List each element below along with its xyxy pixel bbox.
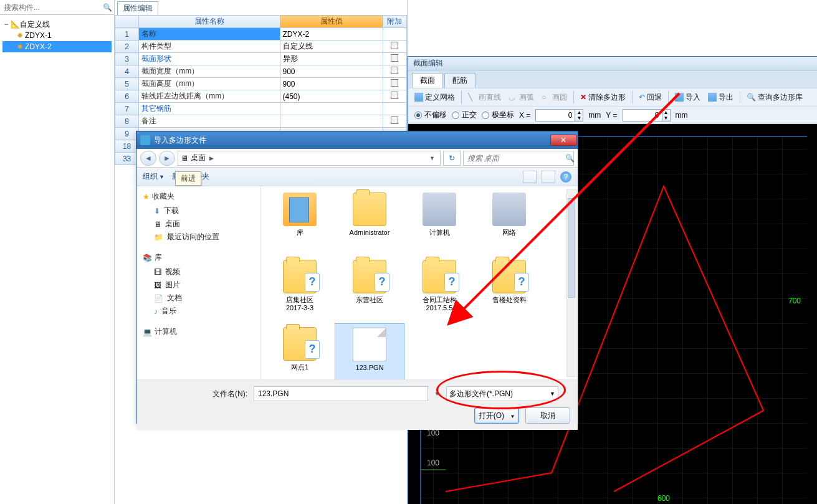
cancel-button[interactable]: 取消 xyxy=(525,407,570,424)
refresh-button[interactable]: ↻ xyxy=(443,151,461,166)
search-icon[interactable]: 🔍 xyxy=(565,154,575,163)
search-icon[interactable]: 🔍 xyxy=(101,0,114,15)
tab-section[interactable]: 截面 xyxy=(412,73,443,88)
svg-text:700: 700 xyxy=(788,297,801,305)
clear-polygon-button[interactable]: ✕清除多边形 xyxy=(578,91,628,104)
col-attach: 附加 xyxy=(383,16,406,28)
dialog-title: 导入多边形文件 xyxy=(154,135,206,146)
draw-line-button[interactable]: ╲画直线 xyxy=(466,91,504,104)
tree-item-label: ZDYX-1 xyxy=(25,31,52,40)
forward-tooltip: 前进 xyxy=(175,171,201,186)
sidebar-libraries[interactable]: 📚库 xyxy=(143,252,258,263)
sidebar-documents[interactable]: 📄文档 xyxy=(143,292,258,305)
file-item[interactable]: 合同工结构 2017.5.5 xyxy=(404,256,474,323)
view-mode-button[interactable] xyxy=(523,171,537,183)
svg-text:100: 100 xyxy=(427,429,439,437)
undo-button[interactable]: ↶回退 xyxy=(636,91,664,104)
file-item[interactable]: 库 xyxy=(265,189,335,256)
help-button[interactable]: ? xyxy=(560,171,571,183)
file-list[interactable]: 库 Administrator 计算机 网络 店集社区 2017-3-3 东营社… xyxy=(261,186,578,379)
file-item[interactable]: 售楼处资料 xyxy=(474,256,544,323)
file-item[interactable]: 东营社区 xyxy=(335,256,404,323)
sidebar-desktop[interactable]: 🖥桌面 xyxy=(143,217,258,231)
preview-button[interactable] xyxy=(542,171,555,183)
open-button[interactable]: 打开(O) ▼ xyxy=(474,407,519,424)
component-search-input[interactable] xyxy=(0,3,101,12)
dialog-icon xyxy=(140,135,150,145)
define-grid-button[interactable]: 定义网格 xyxy=(412,91,457,104)
import-button[interactable]: 导入 xyxy=(672,91,703,104)
filename-input[interactable] xyxy=(254,386,428,401)
radio-noshift[interactable]: 不偏移 xyxy=(414,110,447,120)
sidebar-videos[interactable]: 🎞视频 xyxy=(143,265,258,278)
query-library-button[interactable]: 🔍查询多边形库 xyxy=(744,91,805,104)
component-tree-pane: 🔍 −📐 自定义线 ✸ ZDYX-1 ✸ ZDYX-2 xyxy=(0,0,115,504)
export-button[interactable]: 导出 xyxy=(705,91,736,104)
tree-item-label: ZDYX-2 xyxy=(25,42,52,51)
radio-ortho[interactable]: 正交 xyxy=(452,110,477,120)
svg-text:100: 100 xyxy=(427,459,439,467)
col-value: 属性值 xyxy=(280,16,383,28)
import-polygon-dialog: 导入多边形文件 ✕ ◄ ► 🖥 桌面▶ ▼ ↻ 🔍 前进 组织 ▼ 新建文件夹 … xyxy=(136,131,578,424)
sidebar-pictures[interactable]: 🖼图片 xyxy=(143,278,258,292)
attach-checkbox[interactable] xyxy=(391,92,398,99)
close-button[interactable]: ✕ xyxy=(550,135,576,146)
col-name: 属性名称 xyxy=(139,16,280,28)
organize-button[interactable]: 组织 ▼ xyxy=(143,171,165,182)
tab-rebar[interactable]: 配筋 xyxy=(444,73,475,88)
draw-arc-button[interactable]: ◡画弧 xyxy=(506,91,537,104)
file-item[interactable]: 计算机 xyxy=(404,189,474,256)
filename-label: 文件名(N): xyxy=(213,389,247,399)
x-input[interactable]: ▲▼ xyxy=(535,109,583,121)
tree-root[interactable]: −📐 自定义线 xyxy=(2,19,112,30)
sidebar: ★收藏夹 ⬇下载 🖥桌面 📁最近访问的位置 📚库 🎞视频 🖼图片 📄文档 ♪音乐… xyxy=(136,186,261,379)
tree-root-label: 自定义线 xyxy=(20,19,50,30)
sidebar-music[interactable]: ♪音乐 xyxy=(143,305,258,318)
address-bar[interactable]: 🖥 桌面▶ ▼ xyxy=(178,151,441,166)
attach-checkbox[interactable] xyxy=(391,67,398,74)
radio-polar[interactable]: 极坐标 xyxy=(482,110,514,120)
file-item[interactable]: 网点1 xyxy=(265,323,335,379)
file-item-selected[interactable]: 123.PGN xyxy=(335,323,404,379)
scrollbar[interactable] xyxy=(566,189,576,377)
section-editor-title: 截面编辑 xyxy=(408,57,817,70)
draw-circle-button[interactable]: ○画圆 xyxy=(539,91,570,104)
attach-checkbox[interactable] xyxy=(391,42,398,49)
search-location[interactable]: 🔍 xyxy=(463,151,574,166)
filetype-combo[interactable]: 多边形文件(*.PGN)▼ xyxy=(446,386,558,401)
desktop-icon: 🖥 xyxy=(181,154,188,163)
tab-property-edit[interactable]: 属性编辑 xyxy=(117,1,158,15)
file-item[interactable]: Administrator xyxy=(335,189,404,256)
sidebar-favorites[interactable]: ★收藏夹 xyxy=(143,191,258,202)
sidebar-computer[interactable]: 💻计算机 xyxy=(143,326,258,337)
sidebar-recent[interactable]: 📁最近访问的位置 xyxy=(143,231,258,244)
tree-item[interactable]: ✸ ZDYX-1 xyxy=(2,30,112,41)
svg-text:600: 600 xyxy=(657,494,670,503)
file-item[interactable]: 店集社区 2017-3-3 xyxy=(265,256,335,323)
y-input[interactable]: ▲▼ xyxy=(623,109,671,121)
sidebar-downloads[interactable]: ⬇下载 xyxy=(143,204,258,217)
attach-checkbox[interactable] xyxy=(391,79,398,87)
back-button[interactable]: ◄ xyxy=(140,151,156,166)
tree-item-selected[interactable]: ✸ ZDYX-2 xyxy=(2,41,112,52)
file-item[interactable]: 网络 xyxy=(474,189,544,256)
attach-checkbox[interactable] xyxy=(391,54,398,62)
forward-button[interactable]: ► xyxy=(159,151,175,166)
attach-checkbox[interactable] xyxy=(391,116,398,124)
